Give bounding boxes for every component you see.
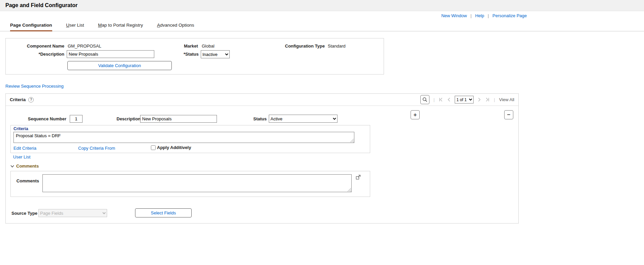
comments-label: Comments (11, 178, 39, 183)
validate-configuration-button[interactable]: Validate Configuration (67, 61, 172, 70)
search-icon (422, 97, 427, 102)
criteria-links-row: Edit Criteria Copy Criteria From Apply A… (13, 146, 367, 151)
criteria-textarea[interactable]: Proposal Status = DRF (13, 132, 354, 143)
utility-links: New Window | Help | Personalize Page (0, 11, 527, 19)
tab-page-configuration[interactable]: Page Configuration (10, 20, 52, 31)
comments-section-title: Comments (16, 164, 39, 169)
copy-criteria-from-link[interactable]: Copy Criteria From (78, 146, 115, 151)
apply-additively-wrap: Apply Additively (151, 145, 191, 150)
criteria-title-wrap: Criteria ? (10, 97, 34, 102)
next-row-icon[interactable] (478, 97, 481, 102)
criteria-section: Criteria ? | 1 of 1 (5, 93, 519, 224)
plus-icon: + (414, 112, 417, 118)
previous-row-icon[interactable] (447, 97, 451, 102)
personalize-page-link[interactable]: Personalize Page (492, 13, 527, 18)
tab-label: User List (66, 23, 84, 28)
tab-label: Page Configuration (10, 23, 52, 28)
component-groupbox: Component Name GM_PROPOSAL Market Global… (5, 38, 384, 75)
configuration-type-value: Standard (328, 43, 346, 49)
description-label: *Description (6, 52, 64, 57)
review-row: Review Sequence Processing (5, 84, 644, 89)
find-button[interactable] (420, 95, 429, 104)
tab-label: Map to Portal Registry (98, 23, 143, 28)
minus-icon: − (507, 112, 511, 118)
tab-user-list[interactable]: User List (66, 20, 84, 30)
tab-map-to-portal-registry[interactable]: Map to Portal Registry (98, 20, 143, 30)
row-description-input[interactable] (140, 115, 217, 123)
configuration-type-label: Configuration Type (285, 43, 325, 49)
separator: | (471, 13, 472, 18)
tab-bar: Page Configuration User List Map to Port… (0, 20, 644, 31)
criteria-header: Criteria ? | 1 of 1 (6, 94, 518, 106)
chevron-down-icon (10, 165, 14, 168)
tab-label: Advanced Options (157, 23, 194, 28)
separator: | (433, 97, 434, 102)
row-status-label: Status (253, 116, 267, 121)
status-label: *Status (184, 52, 199, 57)
paging-controls: | 1 of 1 | View All (420, 95, 514, 104)
criteria-groupbox-title: Criteria (13, 126, 367, 131)
sequence-number-input[interactable] (70, 115, 83, 123)
sequence-number-label: Sequence Number (6, 116, 66, 121)
apply-additively-label: Apply Additively (157, 145, 191, 150)
component-name-value: GM_PROPOSAL (68, 43, 101, 49)
add-row-button[interactable]: + (411, 110, 420, 119)
select-fields-button[interactable]: Select Fields (135, 208, 192, 217)
expand-icon (356, 175, 361, 180)
criteria-title: Criteria (10, 97, 26, 102)
comments-groupbox: Comments (10, 171, 370, 197)
page-title: Page and Field Configurator (5, 2, 77, 8)
review-sequence-processing-link[interactable]: Review Sequence Processing (5, 84, 64, 89)
help-icon[interactable]: ? (28, 97, 34, 102)
help-link[interactable]: Help (475, 13, 484, 18)
row-range-select[interactable]: 1 of 1 (455, 96, 474, 104)
market-label: Market (184, 43, 198, 49)
separator: | (488, 13, 489, 18)
user-list-link[interactable]: User List (13, 154, 30, 159)
source-type-select: Page Fields (38, 209, 107, 217)
last-row-icon[interactable] (485, 97, 490, 102)
row-description-label: Description (117, 116, 141, 121)
first-row-icon[interactable] (439, 97, 443, 102)
source-type-label: Source Type (11, 211, 37, 216)
expand-comments-button[interactable] (356, 175, 361, 181)
comments-textarea[interactable] (42, 174, 352, 192)
status-select[interactable]: Inactive (201, 50, 230, 58)
apply-additively-checkbox[interactable] (151, 145, 156, 150)
description-input[interactable] (67, 50, 154, 58)
criteria-groupbox: Criteria Proposal Status = DRF Edit Crit… (10, 125, 370, 153)
row-status-select[interactable]: Active (269, 115, 337, 123)
comments-section-toggle[interactable]: Comments (10, 164, 39, 169)
separator: | (494, 97, 495, 102)
new-window-link[interactable]: New Window (441, 13, 467, 18)
market-value: Global (202, 43, 215, 49)
view-all-link[interactable]: View All (499, 97, 514, 102)
title-bar: Page and Field Configurator (0, 0, 644, 11)
edit-criteria-link[interactable]: Edit Criteria (13, 146, 36, 151)
delete-row-button[interactable]: − (504, 110, 513, 119)
criteria-row: Sequence Number Description Status Activ… (6, 106, 518, 223)
tab-advanced-options[interactable]: Advanced Options (157, 20, 194, 30)
component-name-label: Component Name (6, 43, 64, 49)
